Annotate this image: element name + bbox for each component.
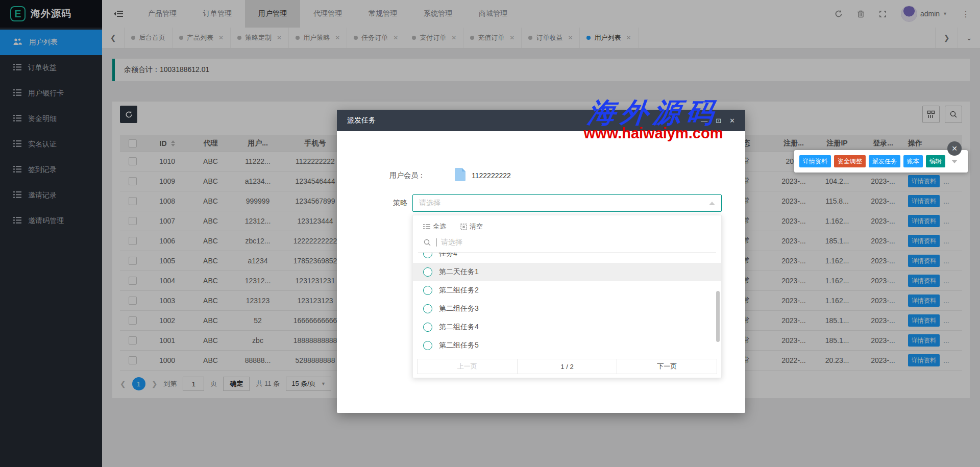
- dispatch-task-modal: 派发任务 — ⊡ ✕ 用户会员： 1122222222 策略 请选择: [337, 110, 745, 413]
- dropdown-option-第二组任务4[interactable]: 第二组任务4: [413, 318, 721, 336]
- radio-icon: [423, 253, 432, 258]
- popup-more-caret-icon[interactable]: [951, 160, 958, 163]
- modal-header: 派发任务 — ⊡ ✕: [337, 110, 745, 131]
- file-icon: [455, 168, 465, 183]
- option-label: 第二组任务2: [439, 286, 479, 295]
- clear-button[interactable]: 清空: [460, 222, 483, 231]
- maximize-icon[interactable]: ⊡: [716, 117, 721, 125]
- popup-button-派发任务[interactable]: 派发任务: [869, 155, 900, 167]
- radio-icon: [423, 341, 432, 350]
- popup-button-账本[interactable]: 账本: [903, 155, 923, 167]
- dropdown-option-第二天任务1[interactable]: 第二天任务1: [413, 263, 721, 281]
- dropdown-search[interactable]: 请选择: [418, 233, 716, 253]
- dropdown-options: 任务4第二天任务1第二组任务2第二组任务3第二组任务4第二组任务5: [413, 253, 721, 357]
- radio-icon: [423, 304, 432, 313]
- clear-label: 清空: [470, 222, 483, 231]
- member-value: 1122222222: [472, 171, 511, 180]
- screen: E 海外源码 用户列表订单收益用户银行卡资金明细实名认证签到记录邀请记录邀请码管…: [0, 0, 980, 467]
- close-icon[interactable]: ✕: [729, 117, 735, 125]
- member-label: 用户会员：: [385, 171, 425, 180]
- row-action-popup: 详情资料资金调整派发任务账本编辑: [794, 150, 968, 173]
- text-cursor: [436, 238, 436, 247]
- dropdown-option-任务4[interactable]: 任务4: [413, 253, 721, 263]
- search-icon: [423, 238, 431, 247]
- popup-button-资金调整[interactable]: 资金调整: [834, 155, 866, 167]
- radio-icon: [423, 267, 432, 277]
- dropdown-scrollbar[interactable]: [716, 291, 720, 342]
- dropdown-next-button[interactable]: 下一页: [617, 359, 717, 374]
- modal-title: 派发任务: [347, 116, 376, 125]
- popup-button-编辑[interactable]: 编辑: [926, 155, 945, 167]
- option-label: 第二组任务4: [439, 323, 479, 332]
- minimize-icon[interactable]: —: [701, 117, 707, 125]
- radio-icon: [423, 323, 432, 332]
- option-label: 任务4: [439, 253, 457, 258]
- dropdown-option-第二组任务3[interactable]: 第二组任务3: [413, 300, 721, 318]
- select-placeholder: 请选择: [419, 199, 440, 208]
- modal-header-icons: — ⊡ ✕: [701, 117, 735, 125]
- dropdown-prev-button[interactable]: 上一页: [417, 359, 518, 374]
- strategy-dropdown: 全选 清空 请选择 任务4第二天任务1第二组任务2第二组任务3第二组任务4第二组…: [412, 215, 722, 378]
- option-label: 第二组任务5: [439, 341, 479, 350]
- option-label: 第二组任务3: [439, 304, 479, 313]
- strategy-label: 策略: [393, 199, 407, 208]
- dropdown-page-info: 1 / 2: [517, 359, 618, 374]
- member-row: 用户会员： 1122222222: [385, 168, 511, 183]
- search-placeholder: 请选择: [441, 238, 462, 247]
- dropdown-tools: 全选 清空: [413, 215, 721, 233]
- radio-icon: [423, 286, 432, 295]
- popup-close-icon[interactable]: ✕: [947, 141, 962, 156]
- strategy-select[interactable]: 请选择: [412, 194, 722, 212]
- select-all-button[interactable]: 全选: [423, 222, 446, 231]
- chevron-up-icon: [709, 202, 715, 205]
- select-all-label: 全选: [433, 222, 446, 231]
- popup-button-详情资料[interactable]: 详情资料: [799, 155, 831, 167]
- option-label: 第二天任务1: [439, 267, 479, 277]
- dropdown-pager: 上一页 1 / 2 下一页: [417, 359, 717, 374]
- modal-body: 用户会员： 1122222222 策略 请选择 全选: [337, 131, 745, 413]
- dropdown-option-第二组任务2[interactable]: 第二组任务2: [413, 281, 721, 300]
- dropdown-option-第二组任务5[interactable]: 第二组任务5: [413, 336, 721, 355]
